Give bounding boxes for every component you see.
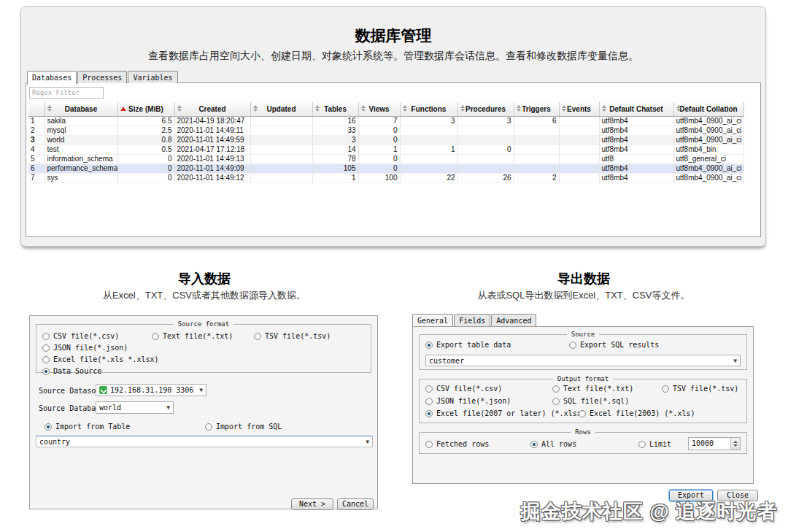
cell-database: test bbox=[45, 144, 117, 154]
cell-collation: utf8mb4_0900_ai_ci bbox=[673, 135, 743, 144]
datasource-icon bbox=[99, 386, 107, 394]
radio-label: Fetched rows bbox=[436, 440, 489, 448]
output-format-legend: Output format bbox=[553, 375, 613, 382]
cell-events bbox=[559, 154, 599, 163]
cell-tables: 16 bbox=[312, 116, 358, 126]
radio-fetched-rows[interactable]: Fetched rows bbox=[425, 440, 489, 448]
radio-out-xlsx[interactable]: Excel file(2007 or later) (*.xlsx) bbox=[425, 409, 586, 417]
radio-export-sql-results[interactable]: Export SQL results bbox=[569, 341, 659, 349]
col-procedures[interactable]: Procedures bbox=[457, 102, 514, 116]
radio-all-rows[interactable]: All rows bbox=[530, 440, 576, 448]
cell-updated bbox=[250, 163, 312, 173]
radio-circle bbox=[42, 356, 50, 363]
table-row[interactable]: 4 test 0.5 2021-04-17 17:12:18 14 1 1 0 … bbox=[28, 144, 743, 154]
radio-circle bbox=[425, 398, 433, 405]
radio-csv-file[interactable]: CSV file(*.csv) bbox=[42, 332, 119, 340]
radio-out-xls[interactable]: Excel file(2003) (*.xls) bbox=[579, 409, 695, 417]
cell-database: information_schema bbox=[45, 154, 117, 163]
radio-tsv-file[interactable]: TSV file(*.tsv) bbox=[254, 332, 331, 340]
spinner-arrows-icon[interactable] bbox=[730, 438, 740, 450]
cell-created: 2021-04-19 18:20:47 bbox=[174, 116, 250, 126]
radio-circle bbox=[42, 333, 50, 340]
tab-processes[interactable]: Processes bbox=[77, 71, 127, 83]
col-label: Events bbox=[567, 105, 591, 113]
col-updated[interactable]: Updated bbox=[250, 102, 312, 116]
rows-legend: Rows bbox=[571, 428, 595, 436]
cell-procedures: 26 bbox=[457, 173, 514, 182]
radio-circle bbox=[254, 333, 261, 340]
cell-database: world bbox=[45, 135, 117, 144]
table-select[interactable]: country ▼ bbox=[36, 436, 373, 447]
table-row[interactable]: 7 sys 0 2020-11-01 14:49:12 1 100 22 26 … bbox=[28, 173, 743, 182]
radio-out-text[interactable]: Text file(*.txt) bbox=[552, 385, 633, 393]
table-row[interactable]: 1 sakila 6.5 2021-04-19 18:20:47 16 7 3 … bbox=[28, 116, 743, 126]
export-table-select[interactable]: customer ▼ bbox=[425, 355, 741, 366]
regex-filter-input[interactable] bbox=[29, 87, 104, 99]
radio-circle bbox=[152, 333, 159, 340]
cell-updated bbox=[250, 116, 312, 126]
database-select[interactable]: world ▼ bbox=[96, 401, 174, 414]
cell-charset: utf8mb4 bbox=[599, 135, 673, 144]
radio-circle bbox=[45, 423, 52, 431]
cell-triggers bbox=[514, 163, 559, 173]
radio-import-from-table[interactable]: Import from Table bbox=[45, 423, 130, 431]
tab-fields[interactable]: Fields bbox=[454, 314, 490, 326]
col-tables[interactable]: Tables bbox=[312, 102, 358, 116]
row-number: 6 bbox=[28, 163, 45, 173]
cell-charset: utf8mb4 bbox=[599, 163, 673, 173]
radio-text-file[interactable]: Text file(*.txt) bbox=[152, 332, 233, 340]
next-button[interactable]: Next > bbox=[291, 498, 333, 510]
db-manager-tabs: Databases Processes Variables bbox=[27, 71, 179, 83]
radio-data-source[interactable]: Data Source bbox=[42, 367, 101, 375]
radio-json-file[interactable]: JSON file(*.json) bbox=[42, 344, 128, 352]
col-functions[interactable]: Functions bbox=[400, 102, 457, 116]
limit-spinner[interactable]: 10000 bbox=[688, 437, 741, 450]
radio-export-table-data[interactable]: Export table data bbox=[425, 341, 511, 349]
col-default-collation[interactable]: Default Collation bbox=[673, 102, 743, 116]
radio-import-from-sql[interactable]: Import from SQL bbox=[205, 423, 282, 431]
radio-out-csv[interactable]: CSV file(*.csv) bbox=[425, 385, 502, 393]
col-views[interactable]: Views bbox=[358, 102, 400, 116]
source-format-legend: Source format bbox=[174, 320, 233, 328]
sort-icon bbox=[602, 105, 606, 112]
sort-icon bbox=[403, 105, 407, 112]
cell-size: 0.8 bbox=[117, 135, 174, 144]
col-events[interactable]: Events bbox=[559, 102, 599, 116]
radio-out-json[interactable]: JSON file(*.json) bbox=[425, 397, 511, 405]
radio-label: Excel file(2003) (*.xls) bbox=[590, 409, 695, 417]
table-row[interactable]: 2 mysql 2.5 2020-11-01 14:49:11 33 0 utf… bbox=[28, 126, 743, 135]
col-triggers[interactable]: Triggers bbox=[514, 102, 559, 116]
row-number: 5 bbox=[28, 154, 45, 163]
row-number: 3 bbox=[28, 135, 45, 144]
export-title: 导出数据 bbox=[412, 270, 755, 288]
chevron-down-icon: ▼ bbox=[733, 358, 737, 364]
table-row[interactable]: 5 information_schema 0 2020-11-01 14:49:… bbox=[28, 154, 743, 163]
cell-functions bbox=[400, 163, 457, 173]
cell-created: 2021-04-17 17:12:18 bbox=[174, 144, 250, 154]
general-tab-page: Source Export table data Export SQL resu… bbox=[412, 326, 754, 484]
radio-circle bbox=[425, 342, 433, 349]
row-number: 7 bbox=[28, 173, 45, 182]
radio-label: JSON file(*.json) bbox=[436, 397, 511, 405]
cell-created: 2020-11-01 14:49:12 bbox=[174, 173, 250, 182]
radio-excel-file[interactable]: Excel file(*.xls *.xlsx) bbox=[42, 355, 159, 363]
col-default-chatset[interactable]: Default Chatset bbox=[599, 102, 673, 116]
cell-created: 2020-11-01 14:49:59 bbox=[174, 135, 250, 144]
radio-out-tsv[interactable]: TSV file(*.tsv) bbox=[662, 385, 738, 393]
cell-tables: 105 bbox=[312, 163, 358, 173]
table-row[interactable]: 3 world 0.8 2020-11-01 14:49:59 3 0 utf8… bbox=[28, 135, 743, 144]
table-row-selected[interactable]: 6 performance_schema 0 2020-11-01 14:49:… bbox=[28, 163, 743, 173]
radio-out-sql[interactable]: SQL file(*.sql) bbox=[552, 397, 629, 405]
radio-circle bbox=[42, 368, 50, 375]
cancel-button[interactable]: Cancel bbox=[337, 498, 374, 510]
tab-variables[interactable]: Variables bbox=[128, 71, 177, 83]
col-size[interactable]: Size (MiB) bbox=[117, 102, 174, 116]
datasource-select[interactable]: 192.168.31.190_3306 ▼ bbox=[96, 384, 206, 396]
radio-limit[interactable]: Limit bbox=[638, 440, 671, 448]
cell-triggers bbox=[514, 135, 559, 144]
tab-databases[interactable]: Databases bbox=[27, 71, 77, 85]
sort-icon bbox=[460, 105, 465, 112]
col-created[interactable]: Created bbox=[174, 102, 250, 116]
col-database[interactable]: Database bbox=[45, 102, 117, 116]
tab-advanced[interactable]: Advanced bbox=[491, 314, 536, 326]
